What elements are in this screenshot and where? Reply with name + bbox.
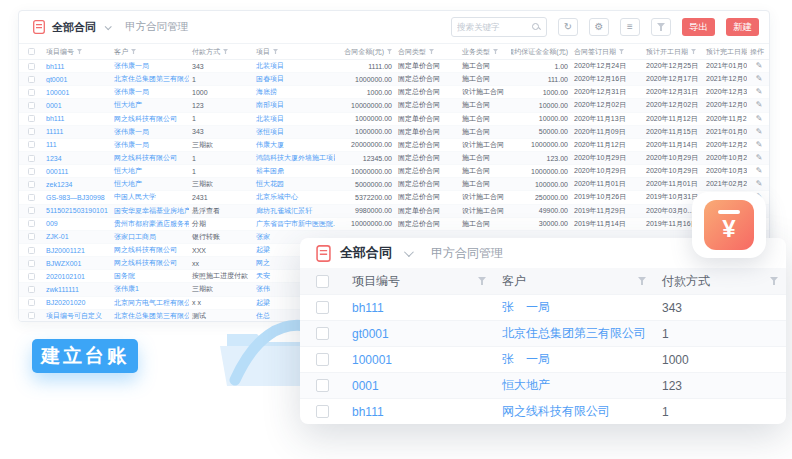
- cell-project[interactable]: 北京乐城中心: [253, 192, 335, 202]
- export-button[interactable]: 导出: [682, 18, 715, 36]
- filter-button[interactable]: [651, 18, 671, 36]
- cell-code[interactable]: bh111: [43, 63, 111, 70]
- row-checkbox[interactable]: [28, 48, 35, 55]
- cell-code[interactable]: 0001: [344, 379, 494, 393]
- cell-project[interactable]: 鸿鹄科技大厦外墙施工项目: [253, 153, 335, 163]
- cell-code[interactable]: 项目编号可自定义: [43, 311, 111, 321]
- cell-code[interactable]: zwk111111: [43, 286, 111, 293]
- new-button[interactable]: 新建: [726, 18, 759, 36]
- cell-customer[interactable]: 张伟康一局: [111, 140, 189, 150]
- row-checkbox[interactable]: [316, 275, 329, 288]
- chevron-down-icon[interactable]: [105, 23, 112, 30]
- edit-icon[interactable]: ✎: [756, 101, 763, 109]
- cell-customer[interactable]: 国安华夏幸福基业房地产...: [111, 206, 189, 216]
- cell-project[interactable]: 裕丰国鼎: [253, 166, 335, 176]
- cell-customer[interactable]: 网之线科技有限公司: [111, 114, 189, 124]
- filter-icon[interactable]: [77, 49, 82, 54]
- cell-customer[interactable]: 网之线科技有限公司: [111, 245, 189, 255]
- cell-code[interactable]: zek1234: [43, 181, 111, 188]
- cell-project[interactable]: 恒大花园: [253, 179, 335, 189]
- cell-project[interactable]: 国春项目: [253, 74, 335, 84]
- row-checkbox[interactable]: [28, 76, 35, 83]
- cell-customer[interactable]: 国务院: [111, 271, 189, 281]
- row-checkbox[interactable]: [28, 260, 35, 267]
- row-checkbox[interactable]: [28, 247, 35, 254]
- cell-code[interactable]: bh111: [43, 115, 111, 122]
- filter-icon[interactable]: [638, 277, 646, 285]
- row-checkbox[interactable]: [28, 299, 35, 306]
- cell-code[interactable]: 11111: [43, 128, 111, 135]
- cell-customer[interactable]: 恒大地产: [111, 100, 189, 110]
- edit-icon[interactable]: ✎: [756, 75, 763, 83]
- cell-project[interactable]: 廊坊孔雀城汇景轩: [253, 206, 335, 216]
- filter-icon[interactable]: [131, 49, 136, 54]
- cell-project[interactable]: 北装项目: [253, 61, 335, 71]
- cell-code[interactable]: 100001: [43, 89, 111, 96]
- cell-code[interactable]: 100001: [344, 353, 494, 367]
- cell-customer[interactable]: 中国人民大学: [111, 192, 189, 202]
- edit-icon[interactable]: ✎: [756, 88, 763, 96]
- filter-icon[interactable]: [493, 49, 498, 54]
- row-checkbox[interactable]: [316, 327, 329, 340]
- cell-customer[interactable]: 张 一局: [494, 299, 654, 316]
- row-checkbox[interactable]: [316, 301, 329, 314]
- cell-project[interactable]: 南邵项目: [253, 100, 335, 110]
- search-icon[interactable]: [532, 23, 541, 32]
- chevron-down-icon[interactable]: [404, 247, 414, 257]
- edit-icon[interactable]: ✎: [756, 180, 763, 188]
- row-checkbox[interactable]: [28, 115, 35, 122]
- row-checkbox[interactable]: [28, 168, 35, 175]
- cell-code[interactable]: 000111: [43, 168, 111, 175]
- cell-code[interactable]: 1234: [43, 155, 111, 162]
- cell-customer[interactable]: 北京同方电气工程有限公司: [111, 298, 189, 308]
- cell-project[interactable]: 北装项目: [253, 114, 335, 124]
- row-checkbox[interactable]: [316, 405, 329, 418]
- row-checkbox[interactable]: [28, 286, 35, 293]
- cell-code[interactable]: gt0001: [344, 327, 494, 341]
- row-checkbox[interactable]: [28, 273, 35, 280]
- cell-customer[interactable]: 张伟康一局: [111, 87, 189, 97]
- filter-icon[interactable]: [429, 49, 434, 54]
- cell-customer[interactable]: 张 一局: [494, 351, 654, 368]
- row-checkbox[interactable]: [28, 233, 35, 240]
- row-checkbox[interactable]: [316, 379, 329, 392]
- row-checkbox[interactable]: [28, 63, 35, 70]
- cell-code[interactable]: 0001: [43, 102, 111, 109]
- filter-icon[interactable]: [691, 49, 696, 54]
- edit-icon[interactable]: ✎: [756, 167, 763, 175]
- cell-customer[interactable]: 张伟康1: [111, 284, 189, 294]
- row-checkbox[interactable]: [28, 220, 35, 227]
- cell-customer[interactable]: 网之线科技有限公司: [111, 153, 189, 163]
- cell-project[interactable]: 张恒项目: [253, 127, 335, 137]
- cell-customer[interactable]: 北京住总集团第三有限公司: [111, 311, 189, 321]
- refresh-button[interactable]: ↻: [558, 18, 578, 36]
- cell-code[interactable]: bh111: [344, 405, 494, 419]
- cell-code[interactable]: GS-983—BJ30998: [43, 194, 111, 201]
- cell-customer[interactable]: 贵州市都府豪酒店服务有...: [111, 219, 189, 229]
- cell-customer[interactable]: 北京住总集团第三有限公司: [494, 325, 654, 342]
- create-ledger-button[interactable]: 建立台账: [32, 339, 138, 373]
- cell-code[interactable]: 2020102101: [43, 273, 111, 280]
- filter-icon[interactable]: [770, 277, 778, 285]
- filter-icon[interactable]: [387, 49, 392, 54]
- cell-code[interactable]: BJ20001121: [43, 247, 111, 254]
- cell-customer[interactable]: 张家口工商局: [111, 232, 189, 242]
- row-checkbox[interactable]: [28, 89, 35, 96]
- edit-icon[interactable]: ✎: [756, 141, 763, 149]
- cell-customer[interactable]: 北京住总集团第三有限公司: [111, 74, 189, 84]
- cell-code[interactable]: bh111: [344, 301, 494, 315]
- cell-customer[interactable]: 网之线科技有限公司: [494, 403, 654, 420]
- cell-project[interactable]: 伟康大厦: [253, 140, 335, 150]
- columns-button[interactable]: ≡: [620, 18, 640, 36]
- cell-project[interactable]: 海底捞: [253, 87, 335, 97]
- row-checkbox[interactable]: [28, 207, 35, 214]
- cell-code[interactable]: BJWZX001: [43, 260, 111, 267]
- cell-code[interactable]: 009: [43, 220, 111, 227]
- edit-icon[interactable]: ✎: [756, 154, 763, 162]
- settings-button[interactable]: ⚙: [589, 18, 609, 36]
- cell-customer[interactable]: 恒大地产: [111, 179, 189, 189]
- cell-code[interactable]: BJ20201020: [43, 299, 111, 306]
- filter-icon[interactable]: [619, 49, 624, 54]
- cell-code[interactable]: gt0001: [43, 76, 111, 83]
- cell-customer[interactable]: 张伟康一局: [111, 127, 189, 137]
